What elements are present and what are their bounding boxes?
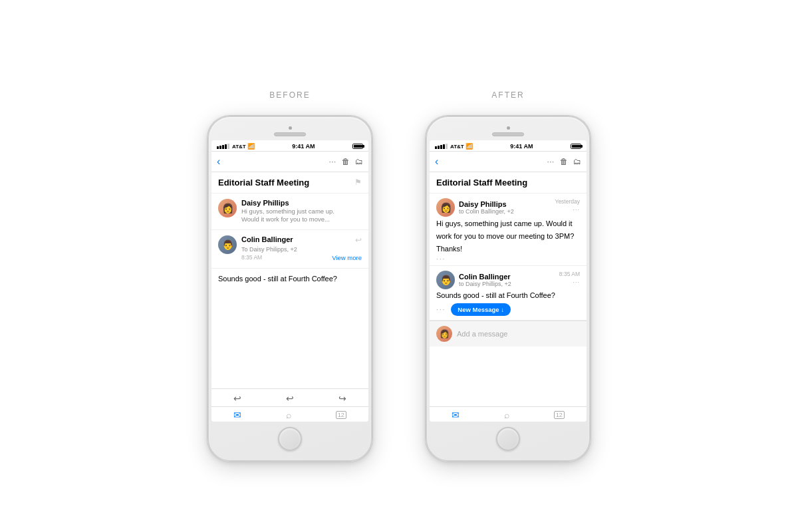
tab-search-before[interactable]: ⌕ xyxy=(286,410,291,420)
signal-dot-a3 xyxy=(440,145,442,149)
signal-dot-a1 xyxy=(435,146,437,149)
colin-dots-after[interactable]: ··· xyxy=(436,306,446,313)
reply-all-button-before[interactable]: ↩ xyxy=(286,393,294,404)
reply-button-before[interactable]: ↩ xyxy=(233,393,241,404)
thread-item-colin-before[interactable]: 👨 Colin Ballinger ↩ To Daisy Philipps, +… xyxy=(211,230,368,269)
flag-icon-before[interactable]: ⚑ xyxy=(354,178,362,187)
home-button-after[interactable] xyxy=(496,427,520,451)
wifi-icon-after: 📶 xyxy=(466,143,473,150)
subject-title-after: Editorial Staff Meeting xyxy=(436,178,527,189)
battery-after xyxy=(571,144,581,149)
colin-sender-before: Colin Ballinger xyxy=(241,235,293,243)
wifi-icon-before: 📶 xyxy=(247,143,255,150)
calendar-tab-after: 12 xyxy=(554,411,565,419)
status-left-after: AT&T 📶 xyxy=(435,143,473,150)
search-tab-icon-before: ⌕ xyxy=(286,410,291,420)
email-body-before: Sounds good - still at Fourth Coffee? xyxy=(211,269,368,289)
colin-action-row: ··· New Message ↓ xyxy=(436,303,580,316)
after-label: AFTER xyxy=(491,90,524,100)
status-left: AT&T 📶 xyxy=(217,143,255,150)
daisy-recipient-after: to Colin Ballinger, +2 xyxy=(459,208,514,215)
before-label: BEFORE xyxy=(269,90,310,100)
signal-dot-4 xyxy=(225,144,227,149)
tab-calendar-after[interactable]: 12 xyxy=(554,411,565,419)
daisy-time-after: Yesterday xyxy=(555,198,581,205)
home-button-before[interactable] xyxy=(278,427,302,451)
phone-top-before xyxy=(213,124,367,140)
colin-recipient-before: To Daisy Philipps, +2 xyxy=(241,246,362,253)
avatar-colin-after: 👨 xyxy=(436,271,455,289)
colin-message-after: 👨 Colin Ballinger to Daisy Phillips, +2 … xyxy=(430,266,587,321)
tab-mail-after[interactable]: ✉ xyxy=(452,410,460,420)
colin-header-after: 👨 Colin Ballinger to Daisy Phillips, +2 … xyxy=(436,271,580,289)
phone-bottom-before xyxy=(278,422,302,451)
nav-actions-after: ··· 🗑 🗂 xyxy=(547,157,581,166)
daisy-header-after: 👩 Daisy Phillips to Colin Ballinger, +2 … xyxy=(436,198,580,217)
signal-dot-1 xyxy=(217,146,219,149)
bottom-toolbar-before: ↩ ↩ ↪ xyxy=(211,388,368,406)
colin-body-after: Sounds good - still at Fourth Coffee? xyxy=(436,291,580,299)
after-screen: AT&T 📶 9:41 AM ‹ ··· 🗑 xyxy=(430,140,587,422)
daisy-expand-dots[interactable]: ··· xyxy=(436,255,580,263)
email-content-before: Editorial Staff Meeting ⚑ 👩 Daisy Philli… xyxy=(211,172,368,388)
colin-time-before: 8:35 AM xyxy=(241,254,262,261)
thread-list-before: 👩 Daisy Phillips Hi guys, something just… xyxy=(211,194,368,388)
battery-fill xyxy=(354,145,362,148)
colin-time-row-before: 8:35 AM View more xyxy=(241,254,362,261)
add-message-bar[interactable]: 👩 Add a message xyxy=(430,321,587,346)
trash-icon-before[interactable]: 🗑 xyxy=(342,157,350,166)
back-button-after[interactable]: ‹ xyxy=(435,156,438,168)
carrier-label-after: AT&T xyxy=(450,144,464,150)
more-button-before[interactable]: ··· xyxy=(329,158,336,166)
new-message-label: New Message ↓ xyxy=(458,306,504,313)
camera-dot-after xyxy=(507,126,510,130)
thread-item-daisy-before[interactable]: 👩 Daisy Phillips Hi guys, something just… xyxy=(211,194,368,230)
before-screen: AT&T 📶 9:41 AM ‹ ··· 🗑 xyxy=(211,140,368,422)
colin-recipient-after: to Daisy Phillips, +2 xyxy=(459,281,511,287)
daisy-preview2-before: Would it work for you to move... xyxy=(241,215,362,223)
phone-bottom-after xyxy=(496,422,520,451)
signal-dot-2 xyxy=(219,146,221,149)
status-right-before xyxy=(352,144,363,149)
trash-icon-after[interactable]: 🗑 xyxy=(560,157,568,166)
before-section: BEFORE xyxy=(207,90,372,462)
subject-header-after: Editorial Staff Meeting xyxy=(430,172,587,194)
tab-search-after[interactable]: ⌕ xyxy=(504,410,509,420)
back-button-before[interactable]: ‹ xyxy=(217,156,220,168)
daisy-more-after[interactable]: ··· xyxy=(573,206,580,213)
colin-content-before: Colin Ballinger ↩ To Daisy Philipps, +2 … xyxy=(241,235,362,263)
new-message-button[interactable]: New Message ↓ xyxy=(451,303,511,316)
colin-time-after: 8:35 AM xyxy=(559,271,580,277)
daisy-content-before: Daisy Phillips Hi guys, something just c… xyxy=(241,199,362,224)
more-button-after[interactable]: ··· xyxy=(547,158,555,166)
daisy-sender-after: Daisy Phillips xyxy=(459,200,514,208)
reply-icon-before: ↩ xyxy=(355,235,362,245)
daisy-body-line1: Hi guys, something just came up. Would i… xyxy=(436,219,580,229)
after-section: AFTER xyxy=(426,90,591,462)
signal-dot-3 xyxy=(222,145,224,149)
forward-button-before[interactable]: ↪ xyxy=(338,393,346,404)
add-message-placeholder[interactable]: Add a message xyxy=(457,330,507,338)
folder-icon-before[interactable]: 🗂 xyxy=(355,157,363,166)
colin-time-area: 8:35 AM ··· xyxy=(559,271,580,285)
tab-calendar-before[interactable]: 12 xyxy=(336,411,346,419)
signal-dots xyxy=(217,144,229,149)
colin-sender-after: Colin Ballinger xyxy=(459,273,511,281)
colin-meta-before: Colin Ballinger ↩ xyxy=(241,235,362,245)
daisy-sender-before: Daisy Phillips xyxy=(241,199,362,207)
calendar-tab-before: 12 xyxy=(336,411,346,419)
folder-icon-after[interactable]: 🗂 xyxy=(573,157,581,166)
tab-mail-before[interactable]: ✉ xyxy=(233,410,241,420)
carrier-label: AT&T xyxy=(232,144,246,150)
avatar-daisy-before: 👩 xyxy=(218,199,237,217)
view-more-before[interactable]: View more xyxy=(332,254,362,261)
speaker xyxy=(274,132,306,136)
speaker-after xyxy=(492,132,524,136)
camera-dot xyxy=(289,126,292,130)
phone-top-after xyxy=(431,124,585,140)
colin-more-after[interactable]: ··· xyxy=(573,279,580,285)
time-after: 9:41 AM xyxy=(510,143,533,150)
time-before: 9:41 AM xyxy=(292,143,315,150)
signal-dot-a5 xyxy=(446,144,448,149)
daisy-message-after: 👩 Daisy Phillips to Colin Ballinger, +2 … xyxy=(430,194,587,266)
